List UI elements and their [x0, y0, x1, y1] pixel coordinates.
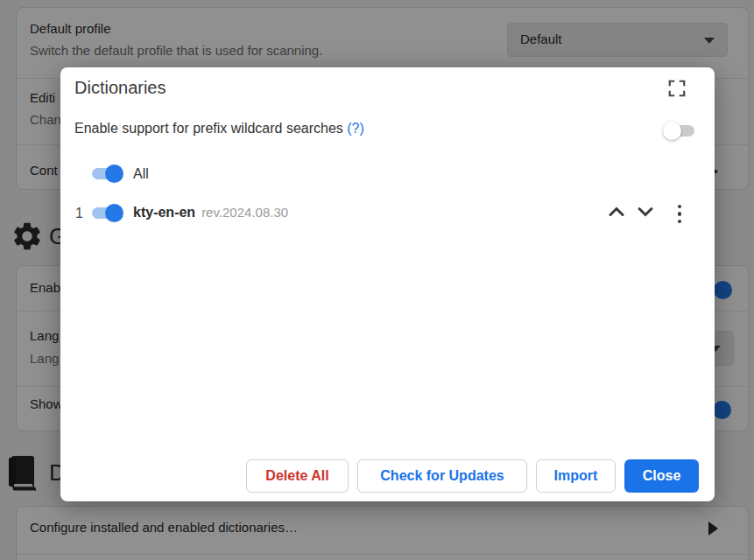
toggle-thumb	[105, 204, 123, 222]
dictionary-title: kty-en-enrev.2024.08.30	[133, 205, 288, 220]
kebab-menu-icon	[670, 205, 689, 224]
dictionaries-dialog: Dictionaries Enable support for prefix w…	[60, 67, 715, 501]
fullscreen-icon	[667, 79, 687, 98]
wildcard-toggle[interactable]	[663, 122, 696, 140]
dictionary-name: kty-en-en	[133, 205, 195, 220]
dictionary-toggle[interactable]	[90, 204, 123, 222]
wildcard-help-link[interactable]: (?)	[347, 121, 364, 136]
move-up-button[interactable]	[605, 201, 628, 224]
all-dictionaries-toggle[interactable]	[90, 164, 123, 183]
chevron-up-icon	[606, 201, 627, 222]
toggle-thumb	[105, 164, 123, 183]
dictionary-menu-button[interactable]	[670, 202, 689, 225]
check-for-updates-button[interactable]: Check for Updates	[357, 459, 527, 493]
delete-all-button[interactable]: Delete All	[246, 459, 349, 493]
wildcard-setting-text: Enable support for prefix wildcard searc…	[74, 121, 347, 136]
wildcard-setting-label: Enable support for prefix wildcard searc…	[74, 121, 364, 136]
close-button[interactable]: Close	[624, 459, 699, 493]
all-toggle-label: All	[133, 166, 149, 182]
dictionary-index: 1	[69, 206, 83, 221]
settings-page: Default profile Switch the default profi…	[0, 0, 754, 560]
fullscreen-button[interactable]	[665, 77, 689, 102]
dialog-title: Dictionaries	[74, 78, 166, 98]
toggle-thumb	[663, 122, 681, 140]
chevron-down-icon	[635, 201, 656, 222]
dictionary-revision: rev.2024.08.30	[201, 205, 288, 220]
move-down-button[interactable]	[634, 201, 657, 224]
import-button[interactable]: Import	[536, 459, 616, 493]
